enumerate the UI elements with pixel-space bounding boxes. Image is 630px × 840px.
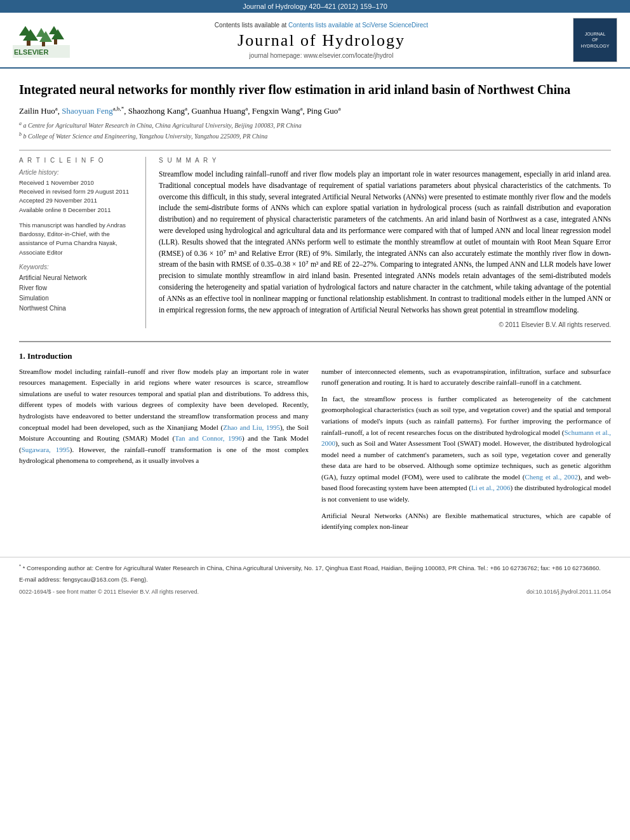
abstract-col: S U M M A R Y Streamflow model including… — [159, 157, 611, 328]
journal-header: ELSEVIER Contents lists available at Con… — [0, 13, 630, 69]
history-accepted: Accepted 29 November 2011 — [19, 196, 137, 205]
journal-homepage: journal homepage: www.elsevier.com/locat… — [76, 52, 566, 59]
corresponding-footnote: * * Corresponding author at: Centre for … — [19, 563, 611, 573]
history-section: Article history: Received 1 November 201… — [19, 169, 137, 215]
bottom-bar: 0022-1694/$ - see front matter © 2011 El… — [19, 589, 611, 595]
history-online: Available online 8 December 2011 — [19, 206, 137, 215]
sciverse-link[interactable]: Contents lists available at SciVerse Sci… — [288, 22, 428, 29]
ref-zhao-liu[interactable]: Zhao and Liu, 1995 — [223, 423, 280, 431]
journal-logo-box: JOURNAL OF HYDROLOGY — [573, 18, 617, 62]
author-ping: Ping Guo — [307, 106, 338, 116]
ref-tan-connor[interactable]: Tan and Connor, 1996 — [175, 434, 242, 442]
keywords-label: Keywords: — [19, 263, 137, 270]
author-fengxin: Fengxin Wang — [252, 106, 300, 116]
keyword-ann: Artificial Neural Network — [19, 273, 137, 283]
keyword-simulation: Simulation — [19, 293, 137, 303]
abstract-header: S U M M A R Y — [159, 157, 611, 164]
keyword-northwest: Northwest China — [19, 303, 137, 314]
history-label: Article history: — [19, 169, 137, 176]
journal-logo-text: JOURNAL OF HYDROLOGY — [581, 31, 610, 48]
journal-citation: Journal of Hydrology 420–421 (2012) 159–… — [243, 3, 387, 10]
issn-line: 0022-1694/$ - see front matter © 2011 El… — [19, 589, 199, 595]
svg-text:ELSEVIER: ELSEVIER — [14, 48, 48, 56]
ref-cheng[interactable]: Cheng et al., 2002 — [525, 473, 578, 481]
svg-rect-10 — [54, 39, 57, 44]
abstract-text: Streamflow model including rainfall–runo… — [159, 169, 611, 316]
handled-note-section: This manuscript was handled by Andras Ba… — [19, 221, 137, 257]
article-title: Integrated neural networks for monthly r… — [19, 81, 611, 98]
keywords-section: Keywords: Artificial Neural Network Rive… — [19, 263, 137, 314]
intro-right-para-2: In fact, the streamflow process is furth… — [321, 394, 611, 505]
affiliation-a: a a Centre for Agricultural Water Resear… — [19, 120, 611, 130]
svg-rect-7 — [42, 42, 45, 46]
authors-line: Zailin Huoa, Shaoyuan Fenga,b,*, Shaozho… — [19, 105, 611, 116]
article-info-header: A R T I C L E I N F O — [19, 157, 137, 164]
body-content: 1. Introduction Streamflow model includi… — [19, 341, 611, 538]
journal-title: Journal of Hydrology — [76, 31, 566, 50]
author-shaozhong: Shaozhong Kang — [128, 106, 185, 116]
affiliation-b: b b College of Water Science and Enginee… — [19, 131, 611, 141]
header-center: Contents lists available at Contents lis… — [70, 22, 573, 59]
author-guanhua: Guanhua Huang — [191, 106, 245, 116]
ref-sugawara[interactable]: Sugawara, 1995 — [22, 446, 70, 453]
elsevier-logo: ELSEVIER — [13, 23, 70, 58]
info-abstract-section: A R T I C L E I N F O Article history: R… — [19, 150, 611, 328]
keyword-river: River flow — [19, 283, 137, 293]
intro-two-col: Streamflow model including rainfall–runo… — [19, 366, 611, 538]
intro-left-para-1: Streamflow model including rainfall–runo… — [19, 366, 309, 467]
article-info-col: A R T I C L E I N F O Article history: R… — [19, 157, 146, 328]
journal-citation-bar: Journal of Hydrology 420–421 (2012) 159–… — [0, 0, 630, 13]
footer-area: * * Corresponding author at: Centre for … — [0, 557, 630, 600]
intro-left-col: Streamflow model including rainfall–runo… — [19, 366, 309, 538]
sciverse-line: Contents lists available at Contents lis… — [76, 22, 566, 29]
history-received: Received 1 November 2010 — [19, 178, 137, 187]
affiliations: a a Centre for Agricultural Water Resear… — [19, 120, 611, 141]
handled-note: This manuscript was handled by Andras Ba… — [19, 221, 137, 257]
doi-line: doi:10.1016/j.jhydrol.2011.11.054 — [526, 589, 611, 595]
copyright: © 2011 Elsevier B.V. All rights reserved… — [159, 321, 611, 328]
author-zailin: Zailin Huo — [19, 106, 55, 116]
email-footnote: E-mail address: fengsycau@163.com (S. Fe… — [19, 575, 611, 584]
content-area: Integrated neural networks for monthly r… — [0, 69, 630, 550]
ref-schumann[interactable]: Schumann et al., 2000 — [321, 429, 611, 448]
intro-section-title: 1. Introduction — [19, 351, 611, 361]
intro-right-para-3: Artificial Neural Networks (ANNs) are fl… — [321, 510, 611, 533]
intro-right-col: number of interconnected elements, such … — [321, 366, 611, 538]
history-revised: Received in revised form 29 August 2011 — [19, 187, 137, 196]
page: Journal of Hydrology 420–421 (2012) 159–… — [0, 0, 630, 840]
intro-right-para-1: number of interconnected elements, such … — [321, 366, 611, 389]
ref-li[interactable]: Li et al., 2006 — [471, 484, 511, 491]
svg-rect-4 — [27, 41, 30, 46]
author-shaoyuan[interactable]: Shaoyuan Feng — [62, 106, 113, 116]
